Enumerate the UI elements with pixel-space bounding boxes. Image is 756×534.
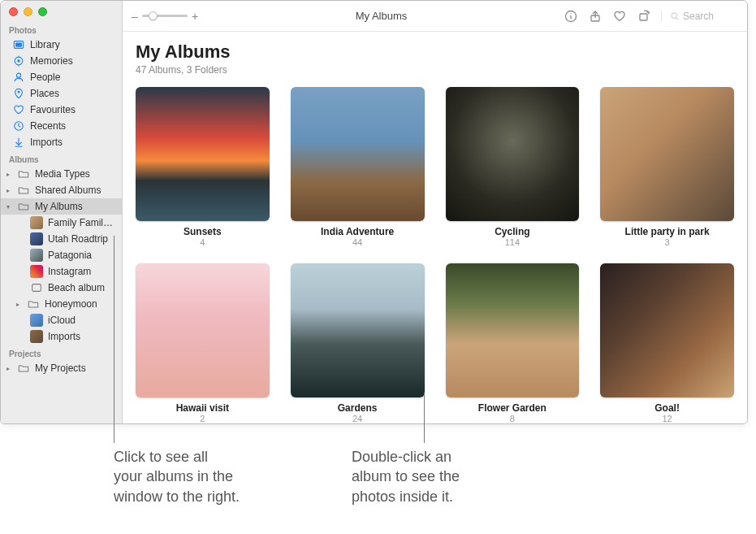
- share-button[interactable]: [588, 9, 603, 24]
- svg-rect-17: [640, 14, 647, 20]
- sidebar-album-icloud[interactable]: iCloud: [1, 312, 122, 328]
- sidebar-item-label: Favourites: [30, 104, 76, 115]
- album-thumbnail[interactable]: [291, 263, 425, 397]
- callout-left: Click to see all your albums in the wind…: [114, 447, 317, 506]
- album-tile[interactable]: India Adventure44: [291, 87, 425, 247]
- album-thumbnail[interactable]: [136, 87, 270, 221]
- disclosure-icon[interactable]: ▸: [4, 187, 12, 193]
- slider-track[interactable]: [142, 15, 188, 17]
- zoom-out-icon[interactable]: –: [131, 10, 139, 23]
- album-title: Cycling: [495, 226, 529, 237]
- sidebar-album-utah[interactable]: Utah Roadtrip: [1, 231, 122, 247]
- sidebar-item-label: Memories: [30, 55, 73, 67]
- sidebar-item-label: Honeymoon: [45, 298, 97, 310]
- places-icon: [12, 87, 25, 100]
- sidebar-album-honeymoon[interactable]: ▸ Honeymoon: [1, 296, 122, 312]
- album-tile[interactable]: Cycling114: [446, 87, 580, 247]
- fullscreen-button[interactable]: [38, 7, 47, 16]
- album-count: 44: [352, 237, 362, 247]
- album-tile[interactable]: Flower Garden8: [446, 263, 580, 423]
- disclosure-icon[interactable]: ▸: [4, 171, 12, 177]
- sidebar-item-label: Imports: [48, 331, 80, 342]
- sidebar-item-label: People: [30, 72, 60, 83]
- zoom-in-icon[interactable]: +: [191, 10, 199, 23]
- sidebar-section-albums: Albums: [1, 150, 122, 166]
- sidebar-item-label: Imports: [30, 137, 63, 148]
- album-grid: Sunsets4India Adventure44Cycling114Littl…: [136, 87, 734, 423]
- sidebar-item-my-projects[interactable]: ▸ My Projects: [1, 360, 122, 376]
- sidebar-item-places[interactable]: Places: [1, 85, 122, 102]
- page-subtitle: 47 Albums, 3 Folders: [136, 64, 734, 76]
- album-thumbnail[interactable]: [136, 263, 270, 397]
- disclosure-icon[interactable]: ▸: [4, 365, 12, 371]
- sidebar-album-family[interactable]: Family Family…: [1, 215, 122, 231]
- album-thumb-icon: [30, 265, 43, 278]
- sidebar-item-library[interactable]: Library: [1, 37, 122, 53]
- album-count: 2: [200, 414, 205, 423]
- album-tile[interactable]: Little party in park3: [600, 87, 734, 247]
- zoom-slider[interactable]: – +: [131, 10, 199, 23]
- search-placeholder: Search: [683, 11, 714, 22]
- info-button[interactable]: [564, 9, 578, 24]
- sidebar-item-label: Recents: [30, 120, 66, 132]
- library-icon: [12, 38, 25, 51]
- album-title: Little party in park: [625, 226, 710, 237]
- sidebar-item-shared-albums[interactable]: ▸ Shared Albums: [1, 182, 122, 198]
- album-tile[interactable]: Gardens24: [291, 263, 425, 423]
- minimize-button[interactable]: [24, 7, 32, 16]
- app-window: Photos Library Memories People: [0, 0, 748, 424]
- search-icon: [670, 11, 680, 21]
- content-scroll[interactable]: My Albums 47 Albums, 3 Folders Sunsets4I…: [123, 32, 747, 423]
- window-title: My Albums: [207, 10, 555, 22]
- album-thumbnail[interactable]: [600, 87, 734, 221]
- sidebar-item-memories[interactable]: Memories: [1, 53, 122, 69]
- sidebar-item-favourites[interactable]: Favourites: [1, 102, 122, 118]
- toolbar: – + My Albums: [123, 1, 747, 32]
- clock-icon: [12, 119, 25, 132]
- album-count: 24: [352, 414, 362, 423]
- sidebar-item-label: Beach album: [48, 282, 105, 293]
- sidebar-item-imports[interactable]: Imports: [1, 134, 122, 150]
- sidebar-item-my-albums[interactable]: ▾ My Albums: [1, 198, 122, 215]
- heart-icon: [12, 103, 25, 116]
- sidebar-album-instagram[interactable]: Instagram: [1, 263, 122, 280]
- sidebar-scroll[interactable]: Photos Library Memories People: [1, 21, 122, 423]
- svg-point-6: [16, 73, 20, 77]
- memories-icon: [12, 54, 25, 67]
- page-title: My Albums: [136, 40, 734, 64]
- sidebar-section-photos: Photos: [1, 21, 122, 37]
- main-area: – + My Albums: [123, 1, 747, 423]
- sidebar-item-media-types[interactable]: ▸ Media Types: [1, 166, 122, 182]
- favourite-button[interactable]: [612, 9, 627, 24]
- album-tile[interactable]: Hawaii visit2: [136, 263, 270, 423]
- rotate-button[interactable]: [637, 9, 651, 24]
- sidebar-album-imports[interactable]: Imports: [1, 328, 122, 345]
- disclosure-icon[interactable]: ▾: [4, 203, 12, 210]
- album-thumbnail[interactable]: [446, 263, 580, 397]
- album-thumbnail[interactable]: [291, 87, 425, 221]
- sidebar: Photos Library Memories People: [1, 1, 123, 423]
- slider-thumb[interactable]: [149, 11, 158, 20]
- album-title: India Adventure: [321, 226, 394, 237]
- search-field[interactable]: Search: [661, 11, 739, 22]
- album-count: 114: [505, 237, 520, 247]
- disclosure-icon[interactable]: ▸: [14, 301, 22, 307]
- sidebar-item-label: Utah Roadtrip: [48, 233, 108, 245]
- album-thumbnail[interactable]: [446, 87, 580, 221]
- sidebar-item-recents[interactable]: Recents: [1, 118, 122, 134]
- sidebar-item-people[interactable]: People: [1, 69, 122, 85]
- album-count: 4: [200, 237, 205, 247]
- album-thumb-icon: [30, 216, 43, 229]
- sidebar-album-beach[interactable]: Beach album: [1, 280, 122, 296]
- sidebar-album-patagonia[interactable]: Patagonia: [1, 247, 122, 263]
- window-controls: [1, 1, 122, 21]
- callout-right: Double-click an album to see the photos …: [352, 447, 555, 506]
- svg-point-3: [17, 59, 20, 63]
- album-title: Hawaii visit: [176, 402, 229, 414]
- toolbar-right: Search: [564, 9, 739, 24]
- folder-icon: [27, 297, 40, 310]
- close-button[interactable]: [9, 7, 18, 16]
- album-thumbnail[interactable]: [600, 263, 734, 397]
- album-tile[interactable]: Sunsets4: [136, 87, 270, 247]
- album-tile[interactable]: Goal!12: [600, 263, 734, 423]
